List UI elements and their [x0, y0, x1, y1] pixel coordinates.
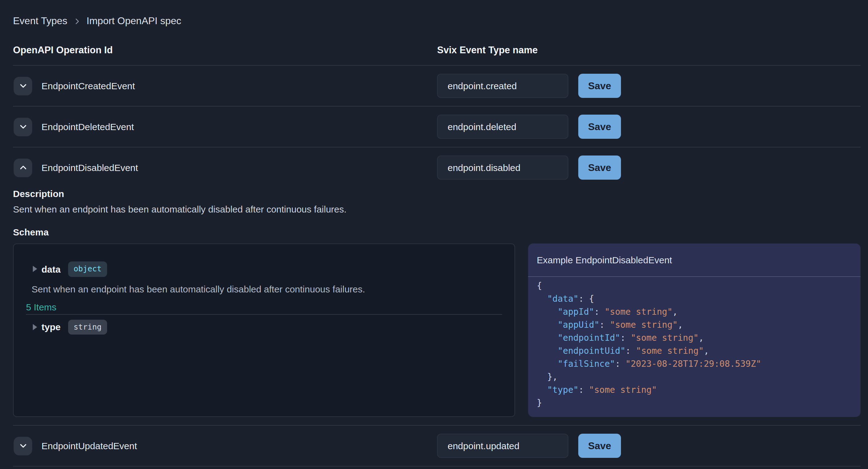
- chevron-down-icon: [18, 441, 28, 450]
- save-button[interactable]: Save: [578, 155, 621, 180]
- save-button[interactable]: Save: [578, 434, 621, 458]
- event-type-name-column-header: Svix Event Type name: [437, 44, 861, 56]
- table-row: EndpointDeletedEvent Save: [13, 107, 861, 147]
- example-panel-title: Example EndpointDisabledEvent: [528, 243, 861, 277]
- event-type-name-input[interactable]: [437, 434, 568, 458]
- event-type-row-list: EndpointCreatedEvent Save EndpointDelete…: [13, 65, 861, 467]
- operation-id-label: EndpointCreatedEvent: [41, 81, 135, 91]
- table-row: EndpointUpdatedEvent Save: [13, 426, 861, 467]
- expand-triangle-icon: [33, 266, 37, 272]
- operation-id-label: EndpointUpdatedEvent: [41, 440, 137, 451]
- collapse-row-button[interactable]: [13, 158, 32, 177]
- table-row: EndpointCreatedEvent Save: [13, 66, 861, 107]
- schema-field-type-badge: string: [68, 319, 107, 334]
- example-json-code: { "data": { "appId": "some string", "app…: [528, 277, 861, 410]
- schema-field-data[interactable]: data object: [26, 261, 502, 276]
- schema-viewer: data object Sent when an endpoint has be…: [13, 243, 515, 417]
- chevron-up-icon: [18, 163, 28, 172]
- schema-section-label: Schema: [13, 226, 861, 238]
- table-column-headers: OpenAPI Operation Id Svix Event Type nam…: [13, 44, 861, 65]
- operation-id-label: EndpointDeletedEvent: [41, 121, 134, 132]
- expand-row-button[interactable]: [13, 437, 32, 455]
- breadcrumb-import-openapi-spec: Import OpenAPI spec: [87, 15, 181, 27]
- schema-items-count: 5 Items: [26, 301, 502, 313]
- schema-field-description: Sent when an endpoint has been automatic…: [32, 283, 502, 295]
- operation-id-column-header: OpenAPI Operation Id: [13, 44, 437, 56]
- event-type-name-input[interactable]: [437, 74, 568, 98]
- chevron-down-icon: [18, 81, 28, 90]
- breadcrumb: Event Types Import OpenAPI spec: [13, 0, 861, 27]
- schema-divider: [26, 314, 502, 315]
- expand-triangle-icon: [33, 324, 37, 330]
- schema-field-name: type: [41, 322, 61, 332]
- schema-field-type-badge: object: [68, 261, 107, 276]
- expand-row-button[interactable]: [13, 117, 32, 136]
- save-button[interactable]: Save: [578, 115, 621, 139]
- description-text: Sent when an endpoint has been automatic…: [13, 203, 861, 215]
- save-button[interactable]: Save: [578, 74, 621, 98]
- operation-id-label: EndpointDisabledEvent: [41, 162, 138, 173]
- event-type-name-input[interactable]: [437, 155, 568, 180]
- chevron-down-icon: [18, 122, 28, 131]
- schema-field-type[interactable]: type string: [26, 319, 502, 334]
- example-panel: Example EndpointDisabledEvent { "data": …: [528, 243, 861, 417]
- expanded-row-detail: Description Sent when an endpoint has be…: [13, 188, 861, 425]
- breadcrumb-event-types[interactable]: Event Types: [13, 15, 67, 27]
- import-openapi-page: Event Types Import OpenAPI spec OpenAPI …: [0, 0, 868, 469]
- table-row-expanded: EndpointDisabledEvent Save Description S…: [13, 147, 861, 426]
- schema-field-name: data: [41, 264, 61, 274]
- event-type-name-input[interactable]: [437, 115, 568, 139]
- expand-row-button[interactable]: [13, 77, 32, 95]
- description-section-label: Description: [13, 188, 861, 200]
- chevron-right-icon: [73, 17, 81, 25]
